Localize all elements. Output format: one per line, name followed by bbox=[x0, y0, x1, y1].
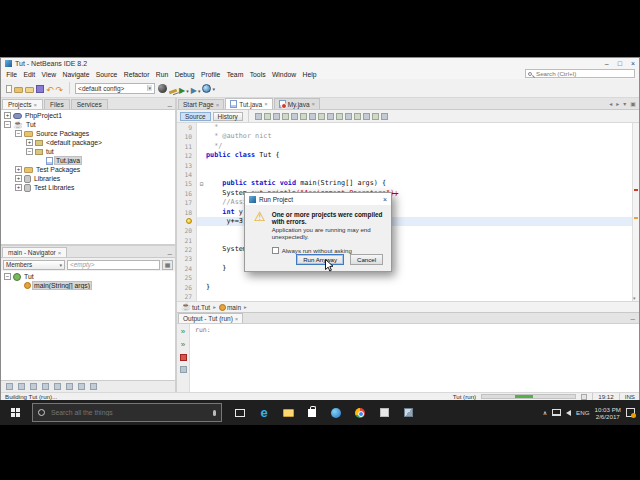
new-project-button[interactable] bbox=[13, 85, 24, 94]
last-edited-button[interactable] bbox=[254, 112, 263, 121]
code-line[interactable]: 26} bbox=[177, 283, 639, 292]
expand-icon[interactable]: + bbox=[15, 166, 22, 173]
menu-run[interactable]: Run bbox=[153, 71, 172, 78]
show-fields-button[interactable] bbox=[17, 382, 26, 391]
chrome-button[interactable] bbox=[348, 400, 372, 425]
navigator-tab[interactable]: main - Navigator × bbox=[2, 247, 67, 257]
start-macro-button[interactable] bbox=[353, 112, 362, 121]
menu-debug[interactable]: Debug bbox=[171, 71, 197, 78]
language-indicator[interactable]: ENG bbox=[576, 409, 589, 416]
menu-navigate[interactable]: Navigate bbox=[59, 71, 92, 78]
menu-source[interactable]: Source bbox=[93, 71, 121, 78]
search-input[interactable] bbox=[534, 69, 632, 78]
toggle-bookmark-button[interactable] bbox=[326, 112, 335, 121]
menu-window[interactable]: Window bbox=[269, 71, 300, 78]
find-selection-button[interactable] bbox=[281, 112, 290, 121]
menu-tools[interactable]: Tools bbox=[246, 71, 268, 78]
shift-right-button[interactable] bbox=[344, 112, 353, 121]
always-run-checkbox-row[interactable]: Always run without asking bbox=[272, 247, 384, 254]
tab-list-icon[interactable]: ▾ bbox=[623, 100, 626, 107]
collapse-icon[interactable]: − bbox=[4, 121, 11, 128]
history-view-button[interactable]: History bbox=[213, 112, 243, 121]
code-line[interactable]: 11 */ bbox=[177, 142, 639, 151]
tree-item-test-packages[interactable]: +Test Packages bbox=[1, 165, 175, 174]
action-center-icon[interactable] bbox=[626, 408, 635, 417]
clean-and-build-button[interactable] bbox=[157, 83, 168, 94]
collapse-icon[interactable]: − bbox=[4, 273, 11, 280]
maximize-button[interactable]: □ bbox=[618, 60, 622, 67]
shift-left-button[interactable] bbox=[335, 112, 344, 121]
forward-button[interactable] bbox=[272, 112, 281, 121]
tree-item-tut[interactable]: −Tut bbox=[1, 272, 175, 281]
source-view-button[interactable]: Source bbox=[180, 112, 211, 121]
show-static-button[interactable] bbox=[53, 382, 62, 391]
collapse-icon[interactable]: − bbox=[26, 148, 33, 155]
sort-alpha-button[interactable] bbox=[77, 382, 86, 391]
comment-button[interactable] bbox=[371, 112, 380, 121]
back-button[interactable] bbox=[263, 112, 272, 121]
checkbox[interactable] bbox=[272, 247, 279, 254]
tray-expand-icon[interactable]: ∧ bbox=[543, 409, 547, 416]
clock[interactable]: 10:03 PM 2/6/2017 bbox=[595, 406, 621, 420]
menu-file[interactable]: File bbox=[3, 71, 20, 78]
code-line[interactable]: 13 bbox=[177, 161, 639, 170]
stop-macro-button[interactable] bbox=[362, 112, 371, 121]
undo-button[interactable]: ↶ bbox=[45, 85, 55, 96]
scroll-down-icon[interactable]: ▾ bbox=[633, 295, 636, 301]
code-line[interactable]: 12public class Tut { bbox=[177, 151, 639, 160]
tree-item-phpproject1[interactable]: +PhpProject1 bbox=[1, 111, 175, 120]
redo-button[interactable]: ↷ bbox=[55, 85, 65, 96]
tree-item-tut[interactable]: −☕Tut bbox=[1, 120, 175, 129]
warning-mark[interactable] bbox=[634, 217, 638, 219]
dialog-close-icon[interactable]: × bbox=[383, 196, 387, 203]
clear-button[interactable] bbox=[179, 365, 188, 374]
code-line[interactable]: 25 bbox=[177, 273, 639, 282]
navigator-filter-field[interactable]: <empty> bbox=[67, 260, 160, 270]
run-anyway-button[interactable]: Run Anyway bbox=[296, 254, 344, 265]
previous-occurrence-button[interactable] bbox=[308, 112, 317, 121]
tab-projects[interactable]: Projects× bbox=[2, 99, 43, 109]
error-stripe[interactable]: ▾ bbox=[632, 123, 639, 301]
file-explorer-button[interactable] bbox=[276, 400, 300, 425]
code-line[interactable]: 10 * @author nict bbox=[177, 132, 639, 141]
close-button[interactable]: × bbox=[631, 60, 635, 67]
task-view-button[interactable] bbox=[228, 400, 252, 425]
members-dropdown[interactable]: Members ▾ bbox=[3, 260, 65, 270]
next-occurrence-button[interactable] bbox=[317, 112, 326, 121]
show-inherited-button[interactable] bbox=[5, 382, 14, 391]
tree-item-test-libraries[interactable]: +Test Libraries bbox=[1, 183, 175, 192]
microphone-icon[interactable] bbox=[213, 410, 216, 416]
code-line[interactable]: 15⊟ public static void main(String[] arg… bbox=[177, 179, 639, 188]
toggle-highlight-button[interactable] bbox=[299, 112, 308, 121]
show-methods-button[interactable] bbox=[41, 382, 50, 391]
tree-item-default-package[interactable]: +<default package> bbox=[1, 138, 175, 147]
close-tab-icon[interactable]: × bbox=[264, 101, 268, 107]
expand-icon[interactable]: + bbox=[4, 112, 11, 119]
new-file-button[interactable] bbox=[5, 84, 13, 94]
edge-button[interactable]: e bbox=[252, 400, 276, 425]
minimize-panel-icon[interactable]: – bbox=[168, 251, 172, 257]
collapse-icon[interactable]: − bbox=[15, 130, 22, 137]
open-project-button[interactable] bbox=[24, 85, 35, 94]
config-select[interactable]: <default config> ▾ bbox=[75, 83, 155, 94]
navigator-settings-button[interactable]: ▦ bbox=[162, 260, 173, 270]
menu-team[interactable]: Team bbox=[223, 71, 246, 78]
breadcrumb-main[interactable]: main bbox=[218, 303, 242, 312]
menu-help[interactable]: Help bbox=[299, 71, 319, 78]
menu-view[interactable]: View bbox=[38, 71, 59, 78]
expand-icon[interactable]: + bbox=[15, 175, 22, 182]
stop-button[interactable] bbox=[179, 353, 188, 362]
tree-item-tut-java[interactable]: Tut.java bbox=[1, 156, 175, 165]
quick-search[interactable] bbox=[525, 69, 635, 78]
close-tab-icon[interactable]: × bbox=[312, 101, 316, 107]
menu-edit[interactable]: Edit bbox=[20, 71, 38, 78]
app-circle-button[interactable] bbox=[324, 400, 348, 425]
scroll-left-icon[interactable]: ◂ bbox=[609, 100, 612, 107]
minimize-panel-icon[interactable]: – bbox=[631, 316, 635, 322]
run-button[interactable]: ▶▾ bbox=[178, 86, 190, 96]
editor-tab-tut-java[interactable]: Tut.java× bbox=[225, 98, 272, 109]
close-icon[interactable]: × bbox=[235, 316, 239, 322]
show-constructors-button[interactable] bbox=[29, 382, 38, 391]
expand-icon[interactable]: + bbox=[26, 139, 33, 146]
tree-item-main-string-args[interactable]: main(String[] args) bbox=[1, 281, 175, 290]
